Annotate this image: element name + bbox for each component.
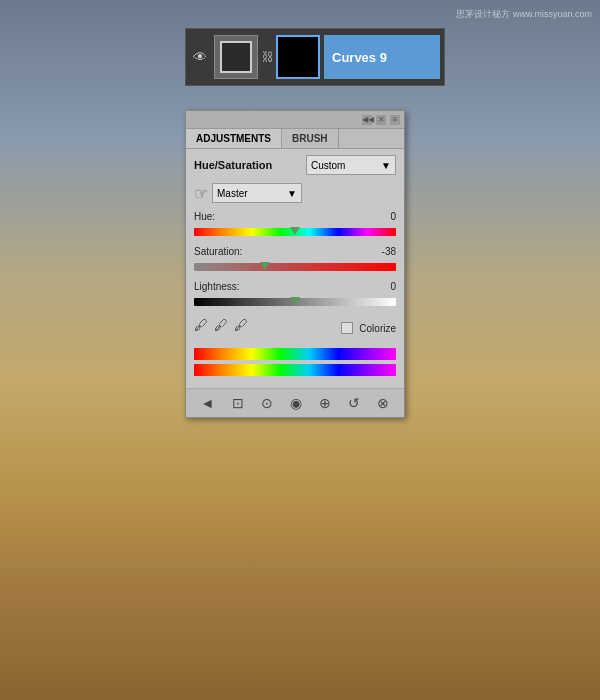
saturation-label-row: Saturation: -38: [194, 246, 396, 257]
layer-panel: 👁 ⛓ Curves 9: [185, 28, 445, 86]
layer-chain-icon: ⛓: [262, 50, 272, 64]
preset-arrow-icon: ▼: [381, 160, 391, 171]
adj-title: Hue/Saturation: [194, 159, 272, 171]
adjustments-panel: ◀◀ ✕ ≡ ADJUSTMENTS BRUSH Hue/Saturation …: [185, 110, 405, 418]
spectrum-bar-top: [194, 348, 396, 360]
lightness-label-row: Lightness: 0: [194, 281, 396, 292]
preset-dropdown[interactable]: Custom ▼: [306, 155, 396, 175]
lightness-value: 0: [368, 281, 396, 292]
saturation-label: Saturation:: [194, 246, 242, 257]
hue-thumb: [290, 227, 300, 237]
lightness-thumb: [290, 297, 300, 307]
tab-adjustments[interactable]: ADJUSTMENTS: [186, 129, 282, 148]
panel-close-btn[interactable]: ✕: [376, 115, 386, 125]
saturation-slider-row: Saturation: -38: [194, 246, 396, 275]
watermark: 思茅设计秘方 www.missyuan.com: [456, 8, 592, 21]
hue-value: 0: [368, 211, 396, 222]
spectrum-bar-bottom: [194, 364, 396, 376]
hue-track[interactable]: [194, 224, 396, 240]
channel-dropdown[interactable]: Master ▼: [212, 183, 302, 203]
footer-circle-icon[interactable]: ⊙: [259, 393, 275, 413]
hue-slider-row: Hue: 0: [194, 211, 396, 240]
channel-row: ☞ Master ▼: [194, 183, 396, 203]
panel-footer: ◄ ⊡ ⊙ ◉ ⊕ ↺ ⊗: [186, 388, 404, 417]
layer-thumbnail: [214, 35, 258, 79]
footer-refresh-icon[interactable]: ↺: [346, 393, 362, 413]
preset-value: Custom: [311, 160, 345, 171]
eyedropper-1-icon[interactable]: 🖋: [194, 317, 208, 333]
adj-header-row: Hue/Saturation Custom ▼: [194, 155, 396, 175]
saturation-gradient-track: [194, 263, 396, 271]
layer-visibility-icon[interactable]: 👁: [190, 47, 210, 67]
eyedropper-2-icon[interactable]: 🖋: [214, 317, 228, 333]
lightness-label: Lightness:: [194, 281, 240, 292]
panel-content: Hue/Saturation Custom ▼ ☞ Master ▼ Hue: …: [186, 149, 404, 388]
colorize-checkbox[interactable]: [341, 322, 353, 334]
saturation-track[interactable]: [194, 259, 396, 275]
saturation-thumb: [260, 262, 270, 272]
footer-crop-icon[interactable]: ⊡: [230, 393, 246, 413]
panel-menu-btn[interactable]: ≡: [390, 115, 400, 125]
footer-link-icon[interactable]: ⊕: [317, 393, 333, 413]
eyedropper-row: 🖋 🖋 🖋: [194, 317, 248, 333]
channel-hand-icon: ☞: [194, 184, 208, 203]
layer-black-thumbnail: [276, 35, 320, 79]
hue-label-row: Hue: 0: [194, 211, 396, 222]
footer-eye-icon[interactable]: ◉: [288, 393, 304, 413]
layer-name-area[interactable]: Curves 9: [324, 35, 440, 79]
channel-arrow-icon: ▼: [287, 188, 297, 199]
layer-name: Curves 9: [332, 50, 387, 65]
channel-value: Master: [217, 188, 248, 199]
hue-gradient-track: [194, 228, 396, 236]
eyedropper-3-icon[interactable]: 🖋: [234, 317, 248, 333]
footer-back-icon[interactable]: ◄: [199, 393, 217, 413]
colorize-label: Colorize: [359, 323, 396, 334]
layer-mask-inner: [220, 41, 252, 73]
lightness-gradient-track: [194, 298, 396, 306]
lightness-slider-row: Lightness: 0: [194, 281, 396, 310]
hue-label: Hue:: [194, 211, 215, 222]
panel-titlebar: ◀◀ ✕ ≡: [186, 111, 404, 129]
lightness-track[interactable]: [194, 294, 396, 310]
footer-trash-icon[interactable]: ⊗: [375, 393, 391, 413]
tab-brush[interactable]: BRUSH: [282, 129, 339, 148]
colorize-row: Colorize: [341, 322, 396, 334]
panel-tabs: ADJUSTMENTS BRUSH: [186, 129, 404, 149]
panel-collapse-btn[interactable]: ◀◀: [362, 115, 372, 125]
saturation-value: -38: [368, 246, 396, 257]
